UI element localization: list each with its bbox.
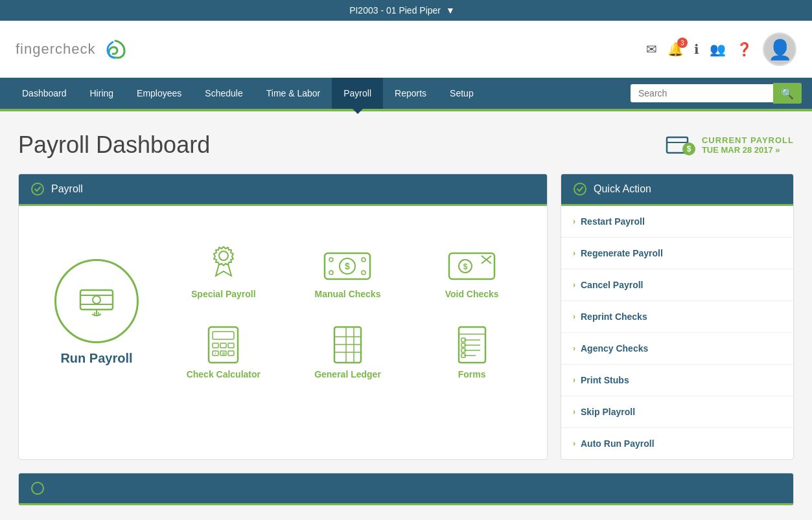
check-calculator-label: Check Calculator bbox=[187, 369, 261, 379]
run-payroll-circle bbox=[54, 259, 139, 343]
header: fingercheck ✉ 🔔 3 ℹ 👥 ❓ 👤 bbox=[0, 21, 812, 78]
qa-label-cancel: Cancel Payroll bbox=[581, 280, 644, 290]
bottom-panel bbox=[18, 473, 794, 506]
info-icon[interactable]: ℹ bbox=[694, 41, 699, 57]
nav-setup[interactable]: Setup bbox=[438, 78, 485, 109]
quick-action-header: Quick Action bbox=[561, 174, 793, 206]
bottom-panel-header bbox=[19, 473, 793, 505]
company-name: PI2003 - 01 Pied Piper bbox=[349, 5, 441, 16]
quick-action-panel: Quick Action › Restart Payroll › Regener… bbox=[561, 174, 794, 460]
payroll-icon: $ bbox=[664, 130, 695, 161]
nav-time-labor[interactable]: Time & Labor bbox=[255, 78, 332, 109]
qa-skip-playroll[interactable]: › Skip Playroll bbox=[561, 396, 793, 428]
manual-checks[interactable]: $ Manual Checks bbox=[286, 232, 410, 312]
page-header: Payroll Dashboard $ CURRENT PAYROLL TUE … bbox=[18, 130, 794, 161]
qa-restart-payroll[interactable]: › Restart Payroll bbox=[561, 206, 793, 238]
dashboard-row: Payroll bbox=[18, 174, 794, 460]
payroll-panel-header: Payroll bbox=[19, 174, 547, 206]
run-payroll-label: Run Payroll bbox=[60, 351, 132, 366]
page-title: Payroll Dashboard bbox=[18, 131, 210, 159]
notification-badge: 3 bbox=[677, 38, 688, 48]
qa-arrow-1: › bbox=[573, 217, 575, 226]
svg-rect-27 bbox=[228, 343, 234, 348]
notification-icon[interactable]: 🔔 3 bbox=[667, 41, 684, 57]
nav-dashboard[interactable]: Dashboard bbox=[10, 78, 78, 109]
qa-label-agency: Agency Checks bbox=[581, 343, 648, 354]
bottom-panel-card bbox=[18, 473, 794, 506]
forms[interactable]: Forms bbox=[410, 312, 534, 392]
special-payroll-icon bbox=[198, 245, 249, 284]
main-content: Payroll Dashboard $ CURRENT PAYROLL TUE … bbox=[0, 111, 812, 519]
void-checks[interactable]: $ Void Checks bbox=[410, 232, 534, 312]
quick-action-title: Quick Action bbox=[594, 183, 651, 195]
nav-schedule[interactable]: Schedule bbox=[193, 78, 254, 109]
header-icons: ✉ 🔔 3 ℹ 👥 ❓ 👤 bbox=[646, 32, 796, 66]
user-avatar[interactable]: 👤 bbox=[763, 32, 796, 66]
qa-arrow-2: › bbox=[573, 249, 575, 258]
svg-point-17 bbox=[362, 271, 365, 275]
logo[interactable]: fingercheck bbox=[16, 36, 128, 63]
svg-rect-24 bbox=[213, 332, 234, 339]
nav-items: Dashboard Hiring Employees Schedule Time… bbox=[10, 78, 631, 109]
qa-label-reprint: Reprint Checks bbox=[581, 311, 647, 322]
svg-text:$: $ bbox=[687, 144, 691, 153]
check-calculator-icon bbox=[198, 325, 249, 364]
qa-print-stubs[interactable]: › Print Stubs bbox=[561, 365, 793, 396]
svg-point-51 bbox=[32, 482, 43, 494]
quick-action-list: › Restart Payroll › Regenerate Payroll ›… bbox=[561, 206, 793, 459]
qa-regenerate-payroll[interactable]: › Regenerate Payroll bbox=[561, 238, 793, 269]
qa-label-auto-run: Auto Run Payroll bbox=[581, 438, 655, 449]
search-input[interactable] bbox=[631, 84, 773, 102]
qa-label-restart: Restart Payroll bbox=[581, 216, 645, 227]
current-payroll-date: TUE MAR 28 2017 » bbox=[702, 145, 794, 155]
svg-point-4 bbox=[32, 183, 43, 195]
nav-payroll[interactable]: Payroll bbox=[332, 78, 383, 109]
payroll-grid: Run Payroll Special Payroll bbox=[19, 206, 547, 418]
special-payroll-label: Special Payroll bbox=[191, 289, 256, 299]
qa-cancel-payroll[interactable]: › Cancel Payroll bbox=[561, 269, 793, 301]
svg-rect-30 bbox=[228, 351, 234, 356]
run-payroll[interactable]: Run Payroll bbox=[32, 246, 161, 379]
check-calculator[interactable]: Check Calculator bbox=[161, 312, 286, 392]
svg-text:$: $ bbox=[463, 262, 468, 271]
avatar-icon: 👤 bbox=[768, 38, 792, 61]
nav-hiring[interactable]: Hiring bbox=[78, 78, 126, 109]
top-bar: PI2003 - 01 Pied Piper ▼ bbox=[0, 0, 812, 21]
qa-arrow-3: › bbox=[573, 280, 575, 289]
qa-arrow-8: › bbox=[573, 439, 575, 448]
help-icon[interactable]: ❓ bbox=[736, 41, 752, 57]
svg-text:$: $ bbox=[345, 261, 351, 271]
bottom-panel-icon bbox=[30, 481, 45, 495]
qa-reprint-checks[interactable]: › Reprint Checks bbox=[561, 301, 793, 333]
qa-arrow-6: › bbox=[573, 376, 575, 385]
company-selector[interactable]: PI2003 - 01 Pied Piper ▼ bbox=[342, 3, 470, 18]
dropdown-arrow: ▼ bbox=[446, 5, 455, 16]
qa-arrow-7: › bbox=[573, 407, 575, 416]
payroll-header-icon bbox=[30, 182, 45, 196]
nav-reports[interactable]: Reports bbox=[383, 78, 438, 109]
manual-checks-icon: $ bbox=[321, 245, 373, 284]
team-icon[interactable]: 👥 bbox=[710, 41, 726, 57]
general-ledger[interactable]: General Ledger bbox=[286, 312, 410, 392]
svg-point-15 bbox=[362, 258, 365, 262]
forms-icon bbox=[446, 325, 498, 364]
qa-label-print-stubs: Print Stubs bbox=[581, 375, 629, 385]
special-payroll[interactable]: Special Payroll bbox=[161, 232, 286, 312]
qa-arrow-4: › bbox=[573, 312, 575, 321]
svg-rect-26 bbox=[220, 343, 226, 348]
svg-point-50 bbox=[574, 183, 586, 195]
current-payroll-label: CURRENT PAYROLL bbox=[702, 135, 794, 145]
forms-label: Forms bbox=[458, 369, 486, 379]
logo-icon bbox=[101, 36, 128, 63]
logo-text: fingercheck bbox=[16, 41, 96, 58]
qa-auto-run-payroll[interactable]: › Auto Run Payroll bbox=[561, 428, 793, 459]
current-payroll-widget[interactable]: $ CURRENT PAYROLL TUE MAR 28 2017 » bbox=[664, 130, 794, 161]
mail-icon[interactable]: ✉ bbox=[646, 41, 657, 57]
void-checks-icon: $ bbox=[446, 245, 498, 284]
svg-point-10 bbox=[219, 251, 228, 260]
qa-agency-checks[interactable]: › Agency Checks bbox=[561, 333, 793, 365]
svg-point-14 bbox=[329, 258, 333, 262]
nav-employees[interactable]: Employees bbox=[125, 78, 193, 109]
search-button[interactable]: 🔍 bbox=[773, 83, 802, 104]
svg-point-16 bbox=[329, 271, 333, 275]
